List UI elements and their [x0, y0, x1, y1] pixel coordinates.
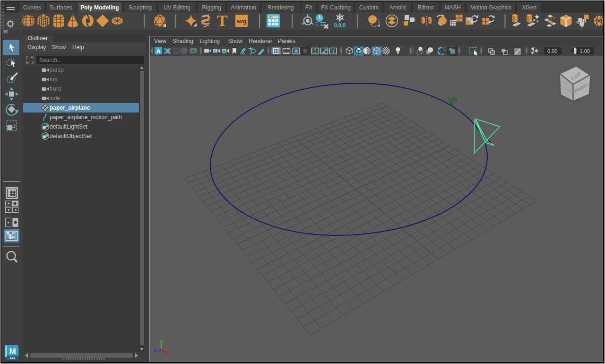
svg-text:0,0,0: 0,0,0 [334, 22, 346, 28]
svg-text:T: T [217, 13, 228, 29]
svg-text:T: T [331, 48, 335, 54]
svg-text:0.00: 0.00 [547, 48, 557, 54]
svg-text:y: y [160, 338, 164, 344]
svg-text:AYA: AYA [9, 356, 16, 360]
svg-text:z: z [154, 347, 157, 353]
svg-text:svg: svg [237, 18, 247, 25]
svg-text:180: 180 [448, 96, 457, 103]
svg-text:1.00: 1.00 [580, 48, 590, 54]
svg-text:A: A [156, 48, 161, 54]
svg-text:x: x [166, 349, 169, 355]
svg-text:M: M [9, 347, 16, 356]
